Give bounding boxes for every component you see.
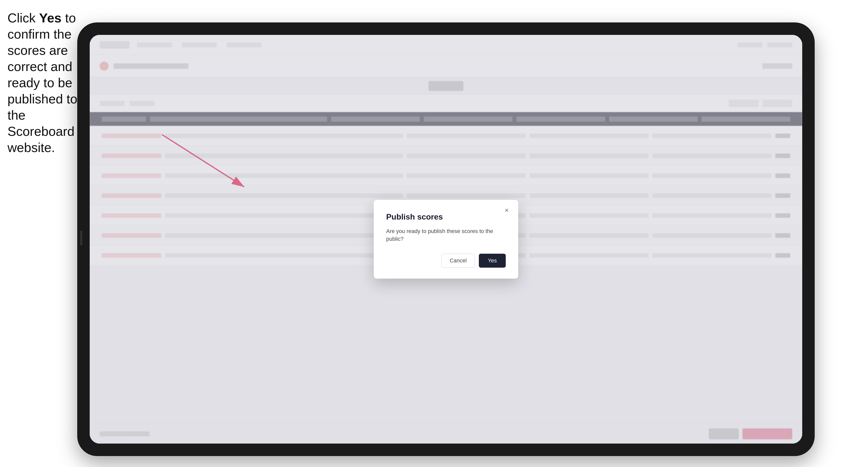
modal-title: Publish scores: [386, 212, 506, 221]
modal-overlay: × Publish scores Are you ready to publis…: [90, 35, 802, 443]
cancel-button[interactable]: Cancel: [441, 254, 475, 268]
tablet-side-button: [80, 230, 82, 246]
tablet-screen: × Publish scores Are you ready to publis…: [90, 35, 802, 443]
yes-button[interactable]: Yes: [479, 254, 506, 268]
modal-close-button[interactable]: ×: [502, 206, 511, 215]
modal-body-text: Are you ready to publish these scores to…: [386, 227, 506, 243]
app-screen: × Publish scores Are you ready to publis…: [90, 35, 802, 443]
instruction-prefix: Click: [7, 11, 39, 25]
modal-actions: Cancel Yes: [386, 254, 506, 268]
instruction-bold: Yes: [39, 11, 62, 25]
instruction-suffix: to confirm the scores are correct and re…: [7, 11, 77, 155]
publish-scores-modal: × Publish scores Are you ready to publis…: [374, 200, 518, 279]
instruction-text: Click Yes to confirm the scores are corr…: [7, 10, 80, 156]
tablet-device: × Publish scores Are you ready to publis…: [77, 23, 815, 456]
